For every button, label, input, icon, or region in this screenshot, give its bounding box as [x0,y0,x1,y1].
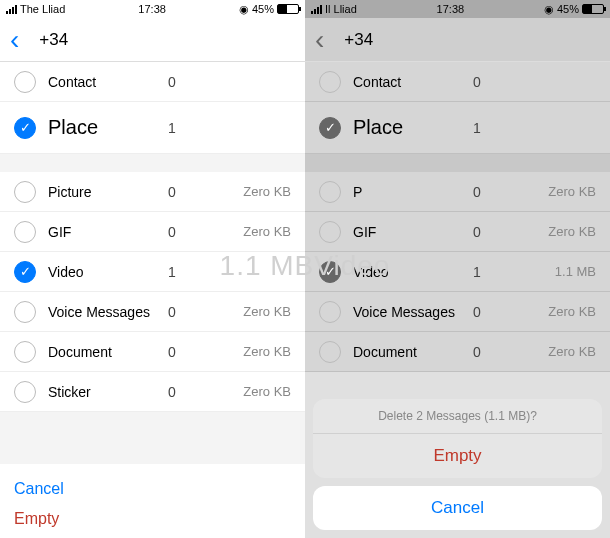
checkbox-gif[interactable] [319,221,341,243]
checkbox-picture[interactable] [14,181,36,203]
label-contact: Contact [48,74,168,90]
row-gif[interactable]: GIF 0 Zero KB [0,212,305,252]
count-contact: 0 [473,74,503,90]
battery-pct: 45% [557,3,579,15]
count-picture: 0 [473,184,503,200]
checkbox-contact[interactable] [319,71,341,93]
sheet-empty-button[interactable]: Empty [313,434,602,478]
back-chevron-icon[interactable]: ‹ [315,26,324,54]
row-place[interactable]: ✓ Place 1 [0,102,305,154]
checkbox-document[interactable] [14,341,36,363]
check-icon: ✓ [325,120,336,135]
nav-title: +34 [344,30,373,50]
check-icon: ✓ [325,264,336,279]
nav-bar: ‹ +34 [0,18,305,62]
size-gif: Zero KB [548,224,596,239]
size-picture: Zero KB [548,184,596,199]
checkbox-contact[interactable] [14,71,36,93]
battery-pct: 45% [252,3,274,15]
label-gif: GIF [48,224,168,240]
time-label: 17:38 [138,3,166,15]
row-contact[interactable]: Contact 0 [0,62,305,102]
left-screenshot: The Lliad 17:38 ◉ 45% ‹ +34 Contact 0 ✓ … [0,0,305,538]
battery-icon [277,4,299,14]
nav-title: +34 [39,30,68,50]
battery-icon [582,4,604,14]
signal-icon [6,5,17,14]
carrier-label: The Lliad [20,3,65,15]
checkbox-video[interactable]: ✓ [14,261,36,283]
checkbox-picture[interactable] [319,181,341,203]
row-document[interactable]: Document 0 Zero KB [305,332,610,372]
empty-button[interactable]: Empty [14,504,291,534]
section-gap [305,154,610,172]
label-voice: Voice Messages [48,304,168,320]
signal-icon [311,5,322,14]
cancel-button[interactable]: Cancel [14,474,291,504]
size-document: Zero KB [548,344,596,359]
count-place: 1 [168,120,198,136]
count-gif: 0 [168,224,198,240]
checkbox-voice[interactable] [319,301,341,323]
row-video[interactable]: ✓ Video 1 [0,252,305,292]
check-icon: ✓ [20,264,31,279]
action-sheet: Delete 2 Messages (1.1 MB)? Empty Cancel [313,399,602,530]
sheet-title: Delete 2 Messages (1.1 MB)? [313,399,602,434]
row-picture[interactable]: Picture 0 Zero KB [0,172,305,212]
checkbox-place[interactable]: ✓ [14,117,36,139]
checkbox-place[interactable]: ✓ [319,117,341,139]
back-chevron-icon[interactable]: ‹ [10,26,19,54]
checkbox-document[interactable] [319,341,341,363]
label-document: Document [353,344,473,360]
count-place: 1 [473,120,503,136]
size-sticker: Zero KB [243,384,291,399]
count-sticker: 0 [168,384,198,400]
label-video: Video [48,264,168,280]
label-video: Video [353,264,473,280]
size-video: 1.1 MB [555,264,596,279]
check-icon: ✓ [20,120,31,135]
size-voice: Zero KB [243,304,291,319]
right-screenshot: Il Lliad 17:38 ◉ 45% ‹ +34 Contact 0 ✓ P… [305,0,610,538]
checkbox-voice[interactable] [14,301,36,323]
status-bar: Il Lliad 17:38 ◉ 45% [305,0,610,18]
status-bar: The Lliad 17:38 ◉ 45% [0,0,305,18]
label-document: Document [48,344,168,360]
row-voice[interactable]: Voice Messages 0 Zero KB [0,292,305,332]
size-gif: Zero KB [243,224,291,239]
checkbox-gif[interactable] [14,221,36,243]
checkbox-video[interactable]: ✓ [319,261,341,283]
label-contact: Contact [353,74,473,90]
count-voice: 0 [168,304,198,320]
nav-bar: ‹ +34 [305,18,610,62]
section-gap [0,154,305,172]
size-voice: Zero KB [548,304,596,319]
row-document[interactable]: Document 0 Zero KB [0,332,305,372]
label-picture: P [353,184,473,200]
row-sticker[interactable]: Sticker 0 Zero KB [0,372,305,412]
label-place: Place [353,116,473,139]
size-document: Zero KB [243,344,291,359]
row-place[interactable]: ✓ Place 1 [305,102,610,154]
count-contact: 0 [168,74,198,90]
count-video: 1 [473,264,503,280]
row-gif[interactable]: GIF 0 Zero KB [305,212,610,252]
count-voice: 0 [473,304,503,320]
label-voice: Voice Messages [353,304,473,320]
sheet-cancel-button[interactable]: Cancel [313,486,602,530]
time-label: 17:38 [437,3,465,15]
label-sticker: Sticker [48,384,168,400]
section-gap [0,412,305,464]
count-document: 0 [168,344,198,360]
label-gif: GIF [353,224,473,240]
carrier-label: Il Lliad [325,3,357,15]
bottom-toolbar: Cancel Empty [0,464,305,538]
checkbox-sticker[interactable] [14,381,36,403]
row-picture[interactable]: P 0 Zero KB [305,172,610,212]
row-contact[interactable]: Contact 0 [305,62,610,102]
count-video: 1 [168,264,198,280]
count-document: 0 [473,344,503,360]
row-voice[interactable]: Voice Messages 0 Zero KB [305,292,610,332]
row-video[interactable]: ✓ Video 1 1.1 MB [305,252,610,292]
count-picture: 0 [168,184,198,200]
